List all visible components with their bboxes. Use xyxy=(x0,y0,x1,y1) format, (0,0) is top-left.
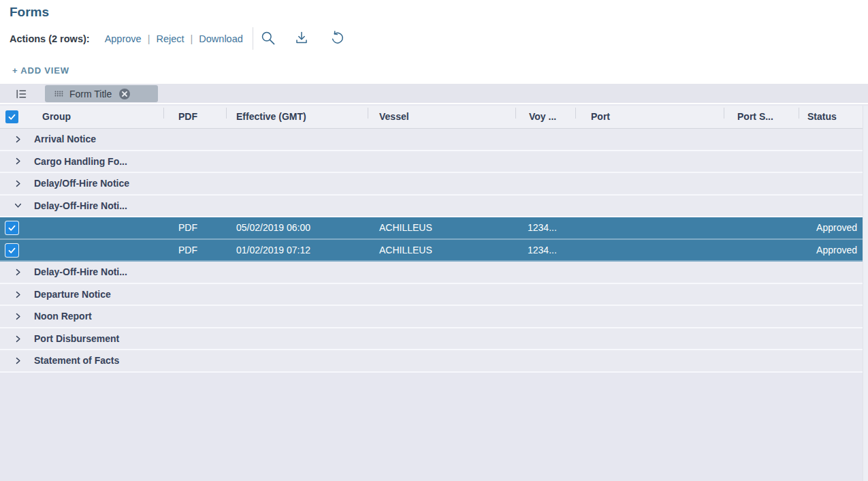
column-divider xyxy=(368,108,368,119)
group-row-label: Port Disbursement xyxy=(34,328,119,350)
row-checkbox[interactable] xyxy=(5,244,18,257)
page-title: Forms xyxy=(10,5,49,20)
column-header-group[interactable]: Group xyxy=(42,106,71,128)
table-header: Group PDF Effective (GMT) Vessel Voy ...… xyxy=(0,106,863,129)
group-row[interactable]: Delay-Off-Hire Noti... xyxy=(0,262,863,284)
vessel-cell: ACHILLEUS xyxy=(379,217,432,238)
group-row-label: Arrival Notice xyxy=(34,129,96,150)
download-action[interactable]: Download xyxy=(199,33,243,44)
chevron-icon[interactable] xyxy=(13,356,22,366)
select-all-checkbox[interactable] xyxy=(5,110,18,123)
remove-group-icon[interactable] xyxy=(119,89,130,99)
status-cell: Approved xyxy=(816,217,857,238)
group-row[interactable]: Delay/Off-Hire Notice xyxy=(0,173,863,196)
group-row[interactable]: Cargo Handling Fo... xyxy=(0,151,863,174)
action-links: Approve|Reject|Download xyxy=(105,33,243,44)
column-divider xyxy=(724,108,724,119)
actions-count-label: Actions (2 rows): xyxy=(10,33,90,44)
actions-toolbar: Actions (2 rows): Approve|Reject|Downloa… xyxy=(10,31,243,47)
forms-page: Forms Actions (2 rows): Approve|Reject|D… xyxy=(0,0,868,481)
column-divider xyxy=(799,108,799,119)
row-checkbox[interactable] xyxy=(5,221,18,234)
column-header-port[interactable]: Port xyxy=(591,106,610,128)
add-view-button[interactable]: + ADD VIEW xyxy=(12,65,69,76)
reject-action[interactable]: Reject xyxy=(156,33,184,44)
column-header-status[interactable]: Status xyxy=(807,106,837,128)
column-header-effective[interactable]: Effective (GMT) xyxy=(236,106,306,128)
status-cell: Approved xyxy=(816,240,857,261)
action-separator: | xyxy=(148,33,150,44)
group-by-icon[interactable] xyxy=(15,88,27,100)
chevron-icon[interactable] xyxy=(13,268,22,277)
search-icon[interactable] xyxy=(259,29,277,47)
voyage-cell: 1234... xyxy=(528,217,557,238)
column-header-voyage[interactable]: Voy ... xyxy=(529,106,556,128)
group-row[interactable]: Arrival Notice xyxy=(0,129,863,151)
undo-icon[interactable] xyxy=(329,29,347,47)
group-row-label: Delay/Off-Hire Notice xyxy=(34,173,129,194)
column-header-vessel[interactable]: Vessel xyxy=(379,106,409,128)
group-row-label: Cargo Handling Fo... xyxy=(34,151,127,172)
chevron-icon[interactable] xyxy=(13,334,22,343)
group-chip-label: Form Title xyxy=(69,89,112,99)
chevron-icon[interactable] xyxy=(13,290,22,299)
pdf-link[interactable]: PDF xyxy=(178,240,197,261)
group-row[interactable]: Statement of Facts xyxy=(0,350,863,373)
group-row-label: Noon Report xyxy=(34,306,92,327)
effective-cell: 05/02/2019 06:00 xyxy=(236,217,310,238)
chevron-icon[interactable] xyxy=(13,134,22,144)
drag-handle-icon[interactable] xyxy=(54,91,63,97)
approve-action[interactable]: Approve xyxy=(105,33,142,44)
chevron-icon[interactable] xyxy=(13,157,22,166)
column-divider xyxy=(575,108,576,119)
group-row[interactable]: Port Disbursement xyxy=(0,328,863,351)
forms-table: Form Title Group PDF Effective (GMT) Ves… xyxy=(0,84,868,481)
chevron-icon[interactable] xyxy=(13,179,22,188)
toolbar-divider xyxy=(253,27,253,50)
group-row-label: Delay-Off-Hire Noti... xyxy=(34,262,127,283)
group-row[interactable]: Departure Notice xyxy=(0,284,863,307)
form-row[interactable]: PDF 05/02/2019 06:00 ACHILLEUS 1234... A… xyxy=(0,217,863,240)
group-by-bar: Form Title xyxy=(0,84,868,104)
scrollbar-track[interactable] xyxy=(863,106,868,481)
download-icon[interactable] xyxy=(293,29,310,47)
group-row[interactable]: Noon Report xyxy=(0,306,863,328)
group-row-label: Delay-Off-Hire Noti... xyxy=(34,196,127,217)
group-row-label: Departure Notice xyxy=(34,284,111,305)
voyage-cell: 1234... xyxy=(528,240,557,261)
group-row-label: Statement of Facts xyxy=(34,350,119,371)
group-chip-form-title[interactable]: Form Title xyxy=(45,85,158,102)
group-row[interactable]: Delay-Off-Hire Noti... xyxy=(0,196,863,218)
chevron-icon[interactable] xyxy=(13,201,22,211)
column-divider xyxy=(515,108,516,119)
column-header-pdf[interactable]: PDF xyxy=(178,106,197,128)
table-body: Arrival Notice Cargo Handling Fo... Dela… xyxy=(0,129,863,373)
column-header-port-state[interactable]: Port S... xyxy=(737,106,773,128)
form-row[interactable]: PDF 01/02/2019 07:12 ACHILLEUS 1234... A… xyxy=(0,240,863,262)
chevron-icon[interactable] xyxy=(13,312,22,322)
action-separator: | xyxy=(191,33,193,44)
vessel-cell: ACHILLEUS xyxy=(379,240,432,261)
effective-cell: 01/02/2019 07:12 xyxy=(236,240,310,261)
pdf-link[interactable]: PDF xyxy=(178,217,197,238)
column-divider xyxy=(226,108,227,119)
column-divider xyxy=(163,108,164,119)
